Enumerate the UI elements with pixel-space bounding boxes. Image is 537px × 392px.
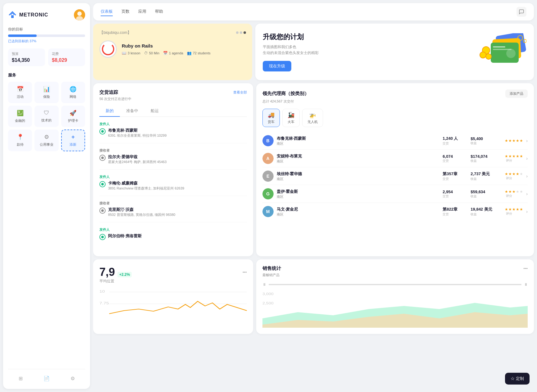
upgrade-text: 升级您的计划 平面插图和我们多色 生动的未混合紫色头发女士的精彩 现在升级 [263, 32, 319, 71]
person-3: 卡梅伦·威廉姆森 3891 Ranchview 理查森博士, 加利福尼亚州 62… [99, 180, 247, 191]
agent-tab-drone[interactable]: 🚁 无人机 [302, 109, 323, 127]
customize-button[interactable]: ☆ 定制 [505, 373, 530, 385]
service-public[interactable]: ⚙ 公用事业 [34, 130, 58, 151]
meta-time-text: 50 Min [149, 51, 159, 55]
service-add[interactable]: + 添新 [61, 130, 85, 151]
course-info: Ruby on Rails 📖 3 lesson ⏱ 50 Min 📅 1 [122, 43, 211, 55]
tab-new[interactable]: 新的 [99, 106, 120, 117]
sales-slider[interactable] [269, 284, 521, 285]
chat-icon-btn[interactable] [517, 7, 526, 17]
service-insurance-label: 保险 [43, 94, 50, 99]
person-2: 拉尔夫·爱德华兹 星家大道2464号 梅萨, 新泽西州 45463 [99, 154, 247, 164]
service-nursing[interactable]: 🚀 护理卡 [61, 106, 85, 127]
agent-arrow-2[interactable]: › [526, 174, 528, 179]
upgrade-button[interactable]: 现在升级 [263, 61, 291, 71]
trans-label-4: 交货 [443, 212, 449, 217]
dot-recv-1 [99, 155, 106, 161]
sidebar-footer: ⊞ 📄 ⚙ [8, 369, 85, 383]
service-hospitality[interactable]: 📍 款待 [8, 130, 32, 151]
sales-slider-row: ⏸ ⏸ [262, 282, 528, 287]
train-label: 火车 [288, 120, 294, 124]
agent-trans-0: 1,240 人 交货 [443, 136, 464, 146]
avatar[interactable] [74, 9, 85, 21]
slider-play-icon[interactable]: ⏸ [262, 282, 266, 287]
stats-menu-icon[interactable]: ••• [243, 270, 247, 275]
budget-card: 预算 $14,350 [8, 48, 45, 66]
file-icon[interactable]: 📄 [42, 374, 51, 383]
agent-avatar-3: G [262, 188, 274, 199]
agent-rating-0: ★★★★★ [505, 139, 523, 143]
layers-icon[interactable]: ⊞ [17, 374, 24, 383]
trans-val-1: 6,074 [443, 154, 453, 159]
stars-0: ★★★★★ [505, 139, 523, 143]
service-network[interactable]: 🌐 网络 [61, 82, 85, 103]
avatar-0: B [262, 135, 274, 146]
agent-info-1: 安妮特·布莱克 南区 [277, 153, 443, 164]
tracking-view-all[interactable]: 查看全部 [233, 90, 247, 95]
sales-menu-icon[interactable]: ••• [523, 266, 528, 271]
nav-pages[interactable]: 页数 [121, 7, 130, 16]
meta-lessons: 📖 3 lesson [122, 51, 140, 55]
meta-time: ⏱ 50 Min [144, 51, 159, 55]
agent-arrow-3[interactable]: › [526, 191, 528, 196]
rating-label-3: 评分 [506, 194, 512, 198]
nav-links: 仪表板 页数 应用 帮助 [101, 7, 163, 16]
name-5: 阿尔伯特·弗洛雷斯 [108, 233, 142, 239]
agent-info-2: 埃丝特·霍华德 南区 [277, 171, 443, 181]
course-content: Ruby on Rails 📖 3 lesson ⏱ 50 Min 📅 1 [99, 40, 246, 58]
dot-sender-3 [99, 234, 106, 240]
course-title: Ruby on Rails [122, 43, 211, 48]
location-chart-svg: 10 7.75 [99, 289, 247, 320]
agent-arrow-0[interactable]: › [526, 138, 528, 143]
nav-help[interactable]: 帮助 [155, 7, 163, 16]
settings-icon[interactable]: ⚙ [69, 374, 76, 383]
svg-point-11 [480, 52, 486, 58]
agent-rev-1: $174,074 收益 [471, 154, 498, 163]
name-1: 布鲁克林·西蒙斯 [108, 128, 166, 133]
add-product-button[interactable]: 添加产品 [505, 89, 528, 98]
agent-avatar-1: A [262, 153, 274, 164]
tracking-header: 交货追踪 查看全部 [99, 89, 247, 95]
network-icon: 🌐 [70, 86, 76, 93]
agent-tab-truck[interactable]: 🚚 货车 [262, 109, 280, 127]
tab-shipping[interactable]: 船运 [144, 106, 165, 117]
upgrade-illustration [477, 33, 526, 71]
agent-arrow-4[interactable]: › [526, 209, 528, 214]
row-1: 【biqubiqu.com】 Ruby on Rails 📖 3 l [93, 24, 534, 80]
service-technical[interactable]: 🛡 技术的 [34, 106, 58, 127]
agent-rev-3: $59,634 收益 [471, 189, 498, 198]
trans-val-2: 第357章 [443, 171, 457, 177]
agent-trans-2: 第357章 交货 [443, 171, 464, 181]
logo-text: METRONIC [19, 12, 48, 18]
addr-3: 3891 Ranchview 理查森博士, 加利福尼亚州 62639 [108, 186, 184, 191]
location-label: 平均位置 [99, 279, 247, 284]
service-insurance[interactable]: 📊 保险 [34, 82, 58, 103]
agent-info-4: 马文·麦金尼 南区 [277, 207, 443, 217]
meta-agenda: 📅 1 agenda [163, 51, 183, 55]
service-financial[interactable]: 💹 金融的 [8, 106, 32, 127]
svg-rect-0 [11, 15, 14, 18]
nav-dashboard[interactable]: 仪表板 [101, 7, 113, 16]
trans-val-3: 2,954 [443, 189, 453, 194]
trans-label-1: 交货 [443, 159, 449, 163]
service-activity[interactable]: 📅 活动 [8, 82, 32, 103]
svg-text:7.75: 7.75 [99, 302, 109, 305]
meta-lessons-text: 3 lesson [128, 51, 140, 55]
trans-label-3: 交货 [443, 194, 449, 198]
goal-section: 你的目标 已达到目标的 37% [8, 27, 85, 43]
tab-preparing[interactable]: 准备中 [120, 106, 144, 117]
agent-row-4: M 马文·麦金尼 南区 第822章 交货 19,842 美元 收益 [262, 203, 528, 220]
dot-inner-5 [101, 236, 104, 238]
expense-value: $8,029 [52, 57, 81, 63]
stars-3: ★★★★★ [505, 189, 523, 194]
meta-agenda-text: 1 agenda [169, 51, 183, 55]
person-1: 布鲁克林·西蒙斯 6391 埃尔全圣塞莱斯, 特拉华州 10299 [99, 128, 247, 138]
nav-apps[interactable]: 应用 [138, 7, 146, 16]
upgrade-desc: 平面插图和我们多色 生动的未混合紫色头发女士的精彩 [263, 44, 319, 56]
rating-label-4: 评分 [506, 212, 512, 216]
course-icon-wrap [99, 40, 117, 58]
drone-icon: 🚁 [309, 112, 316, 118]
agent-tab-train[interactable]: 🚂 火车 [282, 109, 300, 127]
agent-arrow-1[interactable]: › [526, 156, 528, 161]
slider-end-icon[interactable]: ⏸ [524, 282, 528, 287]
